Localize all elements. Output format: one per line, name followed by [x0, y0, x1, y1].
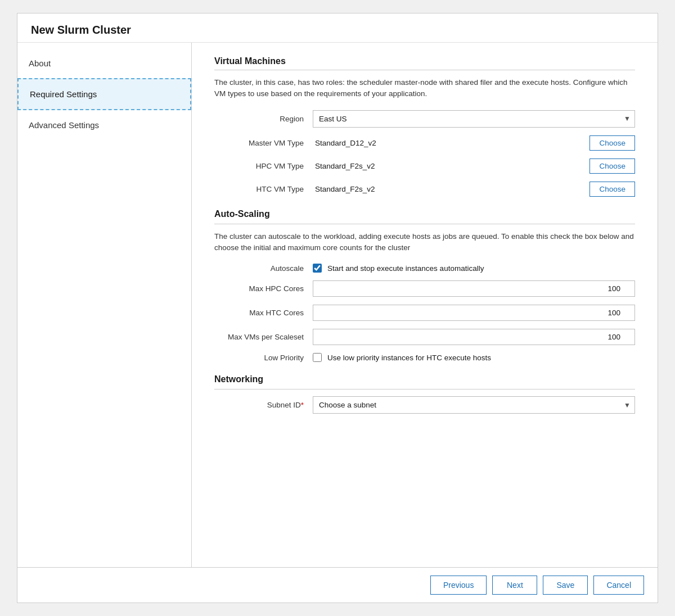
autoscale-label: Autoscale: [214, 264, 313, 273]
vm-section-divider: [214, 70, 635, 70]
hpc-vm-value: Standard_F2s_v2: [313, 162, 590, 170]
max-htc-cores-label: Max HTC Cores: [214, 309, 313, 317]
max-vms-control: [313, 329, 635, 345]
low-priority-control: Use low priority instances for HTC execu…: [313, 353, 635, 362]
autoscale-control: Start and stop execute instances automat…: [313, 264, 635, 273]
master-vm-value: Standard_D12_v2: [313, 139, 590, 147]
autoscaling-section-desc: The cluster can autoscale to the workloa…: [214, 231, 635, 254]
low-priority-checkbox-label[interactable]: Use low priority instances for HTC execu…: [327, 354, 491, 362]
region-control: East US West US East US 2 West Europe No…: [313, 110, 635, 128]
max-htc-cores-row: Max HTC Cores: [214, 305, 635, 321]
max-vms-row: Max VMs per Scaleset: [214, 329, 635, 345]
autoscale-checkbox-row: Start and stop execute instances automat…: [313, 264, 484, 273]
max-vms-label: Max VMs per Scaleset: [214, 333, 313, 341]
hpc-vm-choose-button[interactable]: Choose: [590, 158, 635, 174]
save-button[interactable]: Save: [543, 576, 588, 595]
max-vms-input[interactable]: [313, 329, 635, 345]
previous-button[interactable]: Previous: [430, 576, 487, 595]
sidebar-item-about[interactable]: About: [17, 48, 191, 78]
master-vm-label: Master VM Type: [214, 139, 313, 147]
subnet-id-select[interactable]: Choose a subnet: [313, 396, 635, 414]
max-hpc-cores-label: Max HPC Cores: [214, 284, 313, 293]
max-htc-cores-input[interactable]: [313, 305, 635, 321]
next-button[interactable]: Next: [492, 576, 537, 595]
new-slurm-cluster-window: New Slurm Cluster About Required Setting…: [17, 13, 658, 603]
autoscale-checkbox-label[interactable]: Start and stop execute instances automat…: [327, 264, 484, 273]
low-priority-label: Low Priority: [214, 354, 313, 362]
subnet-id-label: Subnet ID*: [214, 401, 313, 409]
region-row: Region East US West US East US 2 West Eu…: [214, 110, 635, 128]
content-area: Virtual Machines The cluster, in this ca…: [192, 43, 658, 567]
autoscaling-section-divider: [214, 224, 635, 224]
page-title: New Slurm Cluster: [17, 13, 658, 42]
region-label: Region: [214, 115, 313, 123]
hpc-vm-label: HPC VM Type: [214, 162, 313, 170]
networking-section-title: Networking: [214, 374, 635, 384]
subnet-id-row: Subnet ID* Choose a subnet ▼: [214, 396, 635, 414]
main-layout: About Required Settings Advanced Setting…: [17, 42, 658, 567]
low-priority-checkbox[interactable]: [313, 353, 322, 362]
hpc-vm-control: Standard_F2s_v2 Choose: [313, 158, 635, 174]
max-htc-cores-control: [313, 305, 635, 321]
sidebar-item-required-settings[interactable]: Required Settings: [17, 78, 191, 110]
low-priority-checkbox-row: Use low priority instances for HTC execu…: [313, 353, 491, 362]
htc-vm-row: HTC VM Type Standard_F2s_v2 Choose: [214, 182, 635, 197]
vm-section-desc: The cluster, in this case, has two roles…: [214, 77, 635, 100]
htc-vm-label: HTC VM Type: [214, 185, 313, 193]
subnet-required-marker: *: [301, 401, 304, 409]
hpc-vm-row: HPC VM Type Standard_F2s_v2 Choose: [214, 158, 635, 174]
footer: Previous Next Save Cancel: [17, 567, 658, 603]
autoscaling-section-title: Auto-Scaling: [214, 209, 635, 219]
subnet-id-control: Choose a subnet ▼: [313, 396, 635, 414]
subnet-select-wrapper: Choose a subnet ▼: [313, 396, 635, 414]
autoscale-row: Autoscale Start and stop execute instanc…: [214, 264, 635, 273]
max-hpc-cores-control: [313, 280, 635, 297]
region-select-wrapper: East US West US East US 2 West Europe No…: [313, 110, 635, 128]
low-priority-row: Low Priority Use low priority instances …: [214, 353, 635, 362]
autoscale-checkbox[interactable]: [313, 264, 322, 273]
master-vm-choose-button[interactable]: Choose: [590, 135, 635, 151]
master-vm-control: Standard_D12_v2 Choose: [313, 135, 635, 151]
max-hpc-cores-input[interactable]: [313, 280, 635, 297]
sidebar: About Required Settings Advanced Setting…: [17, 43, 192, 567]
htc-vm-choose-button[interactable]: Choose: [590, 182, 635, 197]
htc-vm-control: Standard_F2s_v2 Choose: [313, 182, 635, 197]
networking-section-divider: [214, 389, 635, 389]
cancel-button[interactable]: Cancel: [593, 576, 644, 595]
master-vm-row: Master VM Type Standard_D12_v2 Choose: [214, 135, 635, 151]
max-hpc-cores-row: Max HPC Cores: [214, 280, 635, 297]
htc-vm-value: Standard_F2s_v2: [313, 185, 590, 193]
vm-section-title: Virtual Machines: [214, 56, 635, 66]
region-select[interactable]: East US West US East US 2 West Europe No…: [313, 110, 635, 128]
sidebar-item-advanced-settings[interactable]: Advanced Settings: [17, 110, 191, 140]
